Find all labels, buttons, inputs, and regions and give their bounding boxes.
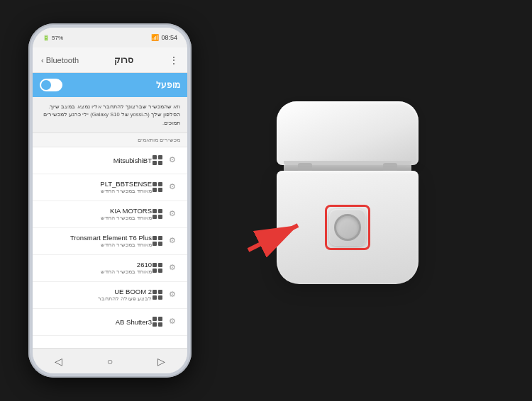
case-lid [277,101,419,165]
device-info: Tronsmart Element T6 Plus מאוחד במכשיר ה… [40,234,152,248]
list-item[interactable]: ⚙ 2610 מאוחד במכשיר החדש [33,255,187,282]
device-icons: ⚙ [152,235,176,247]
device-icons: ⚙ [152,181,176,193]
settings-icon[interactable]: ⚙ [166,155,176,165]
device-icons: ⚙ [152,208,176,220]
settings-icon[interactable]: ⚙ [166,263,176,273]
toggle-label: מופעל [156,80,180,90]
toggle-knob [41,80,51,90]
device-icons: ⚙ [152,154,176,166]
red-arrow [234,204,319,261]
time-text: 08:54 [161,34,177,41]
device-sub: מאוחד במכשיר החדש [40,215,152,221]
device-info: KIA MOTORS מאוחד במכשיר החדש [40,207,152,221]
airpods-area [192,101,504,300]
info-text: וזא שהמכשיר שברצונך להתחבר אליו נמצא במצ… [33,97,187,133]
menu-icon[interactable]: ⋮ [169,55,179,66]
svg-line-1 [248,225,298,250]
device-name: KIA MOTORS [40,207,152,215]
device-name: MitsubishiBT [40,157,152,164]
list-item[interactable]: ⚙ AB Shutter3 [33,309,187,336]
device-name: Tronsmart Element T6 Plus [40,234,152,242]
device-name: UE BOOM 2 [40,288,152,295]
case-pairing-button[interactable] [329,209,366,246]
device-list: ⚙ MitsubishiBT ⚙ [33,147,187,348]
device-info: PLT_BBTSENSE מאוחד במכשיר החדש [40,180,152,194]
phone-bottom-nav: ◁ ○ ▷ [33,348,187,373]
grid-icon [152,181,163,193]
status-left: 🔋 57% [43,35,63,41]
device-name: 2610 [40,261,152,269]
device-sub: מאוחד במכשיר החדש [40,188,152,194]
device-sub: מאוחד במכשיר החדש [40,269,152,275]
settings-icon[interactable]: ⚙ [166,236,176,246]
battery-text: 57% [52,35,63,41]
recents-icon[interactable]: ▷ [157,356,165,367]
device-icons: ⚙ [152,289,176,300]
grid-icon [152,262,163,273]
grid-icon [152,208,163,220]
status-right: 📶 08:54 [151,34,177,41]
phone-frame: 🔋 57% 📶 08:54 ⋮ סרוק Bluetooth › מו [28,23,192,378]
toggle-switch[interactable] [40,79,62,91]
status-bar: 🔋 57% 📶 08:54 [33,28,187,47]
device-sub: לבצע פעולה להתחבר [40,295,152,302]
battery-icon: 🔋 [43,35,50,41]
list-item[interactable]: ⚙ MitsubishiBT [33,147,187,174]
device-icons: ⚙ [152,316,176,327]
grid-icon [152,316,163,327]
device-sub: מאוחד במכשיר החדש [40,242,152,248]
case-button-inner [334,214,361,241]
device-info: UE BOOM 2 לבצע פעולה להתחבר [40,288,152,302]
nav-bar: ⋮ סרוק Bluetooth › [33,47,187,73]
device-info: AB Shutter3 [40,318,152,326]
grid-icon [152,235,163,247]
device-name: PLT_BBTSENSE [40,180,152,188]
section-header: מכשירים מותאמים [33,133,187,147]
settings-icon[interactable]: ⚙ [166,317,176,327]
settings-icon[interactable]: ⚙ [166,290,176,300]
nav-title: סרוק [114,55,133,65]
phone-screen: 🔋 57% 📶 08:54 ⋮ סרוק Bluetooth › מו [33,28,187,373]
back-icon[interactable]: ◁ [55,356,62,367]
signal-icon: 📶 [151,34,159,41]
case-hinge [284,165,411,171]
list-item[interactable]: ⚙ PLT_BBTSENSE מאוחד במכשיר החדש [33,174,187,201]
grid-icon [152,154,163,166]
home-icon[interactable]: ○ [107,356,113,367]
settings-icon[interactable]: ⚙ [166,209,176,219]
list-item[interactable]: ⚙ Tronsmart Element T6 Plus מאוחד במכשיר… [33,228,187,255]
bluetooth-label: Bluetooth [46,56,79,64]
list-item[interactable]: ⚙ UE BOOM 2 לבצע פעולה להתחבר [33,282,187,309]
device-name: AB Shutter3 [40,318,152,326]
bluetooth-toggle-row[interactable]: מופעל [33,73,187,97]
settings-icon[interactable]: ⚙ [166,182,176,192]
airpods-case [270,101,426,300]
grid-icon [152,289,163,300]
device-icons: ⚙ [152,262,176,273]
chevron-icon: › [41,56,44,64]
list-item[interactable]: ⚙ KIA MOTORS מאוחד במכשיר החדש [33,201,187,228]
device-info: 2610 מאוחד במכשיר החדש [40,261,152,275]
device-info: MitsubishiBT [40,157,152,164]
nav-bluetooth[interactable]: Bluetooth › [41,56,79,64]
scene: 🔋 57% 📶 08:54 ⋮ סרוק Bluetooth › מו [0,0,532,401]
